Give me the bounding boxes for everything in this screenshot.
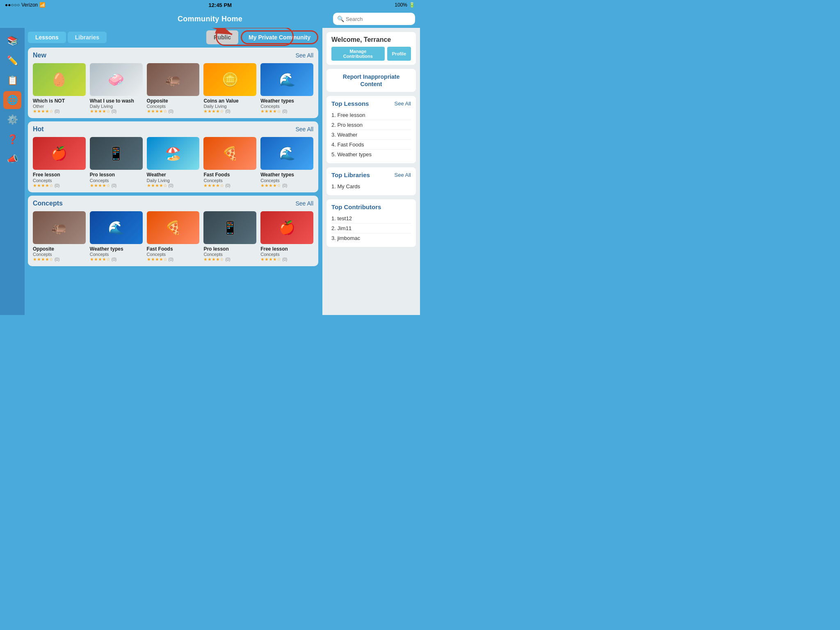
item-category: Concepts: [260, 104, 279, 109]
item-title: Pro lesson: [203, 246, 228, 252]
sidebar-item-globe[interactable]: 🌐: [3, 91, 21, 109]
battery-icon: 🔋: [409, 2, 415, 8]
item-category: Other: [33, 104, 44, 109]
top-libraries-see-all[interactable]: See All: [395, 172, 411, 178]
section-hot: Hot See All 🍎 Free lesson Concepts ★★★★☆…: [28, 121, 318, 192]
list-item[interactable]: 4. Fast Foods: [331, 140, 411, 150]
item-category: Concepts: [260, 178, 279, 183]
list-item[interactable]: 5. Weather types: [331, 150, 411, 159]
status-bar: ●●○○○ Verizon 📶 12:45 PM 100% 🔋: [0, 0, 420, 10]
item-title: Coins an Value: [203, 98, 238, 104]
tab-lessons[interactable]: Lessons: [28, 32, 66, 43]
item-title: Weather types: [90, 246, 123, 252]
item-weather-concepts[interactable]: 🌊 Weather types Concepts ★★★★☆(0): [90, 211, 143, 262]
item-opposite-concepts[interactable]: 🦛 Opposite Concepts ★★★★☆(0): [33, 211, 86, 262]
item-title: Pro lesson: [90, 172, 115, 178]
list-item[interactable]: 2. Pro lesson: [331, 120, 411, 130]
item-stars: ★★★★☆(0): [260, 109, 287, 114]
item-opposite-new[interactable]: 🦛 Opposite Concepts ★★★★☆(0): [147, 63, 200, 114]
item-title: Weather: [147, 172, 166, 178]
item-title: Free lesson: [260, 246, 288, 252]
tab-public[interactable]: Public: [206, 30, 238, 44]
sidebar-item-help[interactable]: ❓: [3, 130, 21, 148]
item-thumb-apple: 🍎: [33, 137, 86, 170]
list-item[interactable]: 2. Jim11: [331, 224, 411, 233]
search-input[interactable]: [346, 16, 411, 22]
wifi-icon: 📶: [39, 2, 46, 8]
status-time: 12:45 PM: [209, 2, 232, 8]
section-hot-see-all[interactable]: See All: [295, 126, 313, 132]
item-stars: ★★★★☆(0): [203, 183, 230, 188]
item-wash[interactable]: 🧼 What I use to wash Daily Living ★★★★☆(…: [90, 63, 143, 114]
list-item[interactable]: 3. jimbomac: [331, 233, 411, 243]
item-weather-hot[interactable]: 🌊 Weather types Concepts ★★★★☆(0): [260, 137, 313, 188]
item-fast-foods[interactable]: 🍕 Fast Foods Concepts ★★★★☆(0): [203, 137, 256, 188]
item-thumb-remote: 📱: [90, 137, 143, 170]
section-hot-header: Hot See All: [33, 126, 313, 133]
section-new-title: New: [33, 52, 46, 59]
top-contributors-section: Top Contributors 1. test12 2. Jim11 3. j…: [326, 199, 416, 247]
item-thumb-pizza: 🍕: [203, 137, 256, 170]
item-weather[interactable]: 🏖️ Weather Daily Living ★★★★☆(0): [147, 137, 200, 188]
right-tabs: Public My Private Community: [206, 30, 318, 44]
item-pro-lesson[interactable]: 📱 Pro lesson Concepts ★★★★☆(0): [90, 137, 143, 188]
list-item[interactable]: 3. Weather: [331, 130, 411, 140]
item-category: Concepts: [147, 104, 166, 109]
item-stars: ★★★★☆(0): [147, 183, 173, 188]
top-lessons-see-all[interactable]: See All: [395, 100, 411, 107]
section-concepts-title: Concepts: [33, 200, 63, 207]
item-thumb-hippo2: 🦛: [33, 211, 86, 244]
item-category: Concepts: [147, 252, 166, 257]
item-weather-new[interactable]: 🌊 Weather types Concepts ★★★★☆(0): [260, 63, 313, 114]
item-title: Fast Foods: [203, 172, 230, 178]
item-free-concepts[interactable]: 🍎 Free lesson Concepts ★★★★☆(0): [260, 211, 313, 262]
list-item[interactable]: 1. Free lesson: [331, 110, 411, 120]
section-new-items: 🥚 Which is NOT Other ★★★★☆(0) 🧼 What I u…: [33, 63, 313, 114]
item-free-lesson[interactable]: 🍎 Free lesson Concepts ★★★★☆(0): [33, 137, 86, 188]
sidebar-item-pencil[interactable]: ✏️: [3, 52, 21, 70]
item-thumb-coin: 🪙: [203, 63, 256, 96]
top-libraries-header: Top Libraries See All: [331, 171, 411, 178]
sections-scroll[interactable]: New See All 🥚 Which is NOT Other ★★★★☆(0…: [28, 48, 318, 313]
sidebar-item-megaphone[interactable]: 📣: [3, 150, 21, 168]
list-item[interactable]: 1. My Cards: [331, 182, 411, 191]
main-layout: 📚 ✏️ 📋 🌐 ⚙️ ❓ 📣 Lessons Libraries Public…: [0, 28, 420, 315]
item-thumb-pizza2: 🍕: [147, 211, 200, 244]
manage-contributions-button[interactable]: Manage Contributions: [331, 47, 385, 61]
item-thumb-apple2: 🍎: [260, 211, 313, 244]
sidebar-item-clipboard[interactable]: 📋: [3, 71, 21, 89]
item-pro-concepts[interactable]: 📱 Pro lesson Concepts ★★★★☆(0): [203, 211, 256, 262]
list-item[interactable]: 1. test12: [331, 214, 411, 224]
item-coins[interactable]: 🪙 Coins an Value Daily Living ★★★★☆(0): [203, 63, 256, 114]
item-title: Weather types: [260, 172, 294, 178]
profile-button[interactable]: Profile: [387, 47, 411, 61]
sidebar: 📚 ✏️ 📋 🌐 ⚙️ ❓ 📣: [0, 28, 25, 315]
content-area: Lessons Libraries Public My Private Comm…: [25, 28, 322, 315]
search-box[interactable]: 🔍: [333, 13, 415, 25]
sidebar-item-books[interactable]: 📚: [3, 32, 21, 50]
section-new-see-all[interactable]: See All: [295, 52, 313, 59]
item-category: Daily Living: [203, 104, 226, 109]
item-category: Concepts: [90, 178, 109, 183]
item-category: Concepts: [90, 252, 109, 257]
item-category: Concepts: [203, 252, 222, 257]
item-which-not[interactable]: 🥚 Which is NOT Other ★★★★☆(0): [33, 63, 86, 114]
item-fast-foods-concepts[interactable]: 🍕 Fast Foods Concepts ★★★★☆(0): [147, 211, 200, 262]
tab-libraries[interactable]: Libraries: [68, 32, 107, 43]
item-stars: ★★★★☆(0): [147, 109, 173, 114]
item-thumb-wave2: 🌊: [260, 137, 313, 170]
report-title: Report Inappropriate Content: [331, 73, 411, 88]
top-libraries-section: Top Libraries See All 1. My Cards: [326, 167, 416, 195]
item-title: Opposite: [147, 98, 168, 104]
section-concepts-items: 🦛 Opposite Concepts ★★★★☆(0) 🌊 Weather t…: [33, 211, 313, 262]
report-section[interactable]: Report Inappropriate Content: [326, 69, 416, 92]
sidebar-item-gear[interactable]: ⚙️: [3, 111, 21, 129]
section-concepts-see-all[interactable]: See All: [295, 200, 313, 207]
item-stars: ★★★★☆(0): [33, 257, 59, 262]
status-right: 100% 🔋: [395, 2, 415, 8]
section-concepts: Concepts See All 🦛 Opposite Concepts ★★★…: [28, 196, 318, 266]
section-new: New See All 🥚 Which is NOT Other ★★★★☆(0…: [28, 48, 318, 118]
item-stars: ★★★★☆(0): [90, 183, 116, 188]
item-stars: ★★★★☆(0): [33, 183, 59, 188]
tab-private[interactable]: My Private Community: [241, 30, 318, 44]
